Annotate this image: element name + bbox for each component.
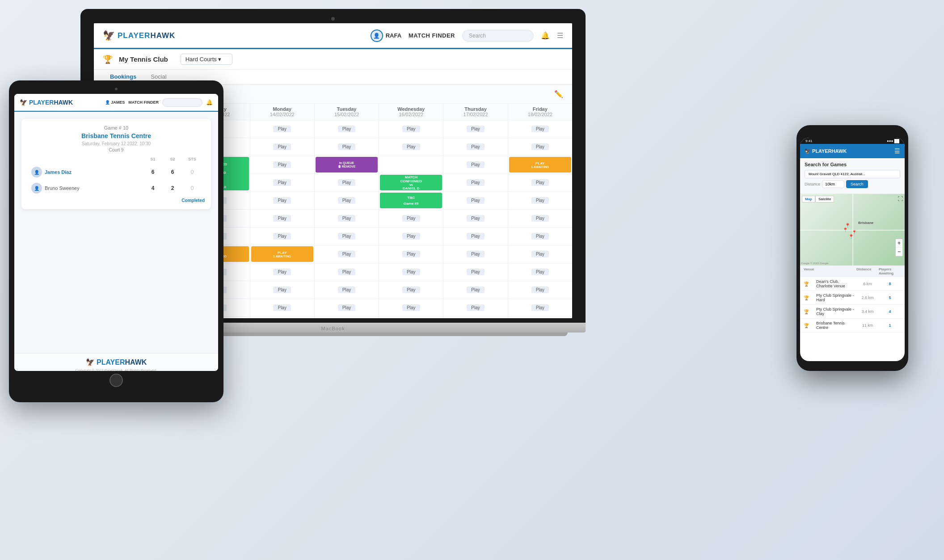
slot-wed-0930[interactable]: Play <box>379 120 443 138</box>
play-button[interactable]: Play <box>402 304 420 311</box>
play-button[interactable]: Play <box>531 143 549 150</box>
play-button[interactable]: Play <box>273 179 291 186</box>
play-button[interactable]: Play <box>467 251 484 257</box>
slot-wed-1500[interactable]: Play <box>379 316 443 318</box>
play-button[interactable]: Play <box>531 304 549 311</box>
play-button[interactable]: Play <box>402 269 420 275</box>
slot-thu-1430[interactable]: Play <box>443 299 507 316</box>
play-button[interactable]: Play <box>467 286 484 293</box>
play-button[interactable]: Play <box>467 161 484 168</box>
slot-thu-1330[interactable]: Play <box>443 263 507 281</box>
slot-fri-1300[interactable]: Play <box>508 245 572 263</box>
play-button[interactable]: Play <box>338 286 355 293</box>
slot-fri-1330[interactable]: Play <box>508 263 572 281</box>
slot-wed-1100-confirmed[interactable]: MATCH CONFIRMED vs DANIEL D <box>379 173 443 191</box>
notification-icon[interactable]: 🔔 <box>541 31 550 40</box>
court-type-select[interactable]: Hard Courts ▾ <box>181 54 233 65</box>
play-button[interactable]: Play <box>531 269 549 275</box>
ipad-home-button[interactable] <box>110 374 123 387</box>
play-button[interactable]: Play <box>402 286 420 293</box>
slot-mon-1300-awaiting[interactable]: PLAY 1 AWAITING <box>250 245 314 263</box>
slot-thu-1300[interactable]: Play <box>443 245 507 263</box>
play-button[interactable]: Play <box>531 251 549 257</box>
ipad-search-input[interactable] <box>162 98 202 107</box>
slot-fri-1030-awaiting[interactable]: PLAY 1 AWAITING <box>508 156 572 173</box>
slot-fri-1200[interactable]: Play <box>508 209 572 227</box>
play-button[interactable]: Play <box>273 269 291 275</box>
play-button[interactable]: Play <box>402 215 420 222</box>
play-button[interactable]: Play <box>273 215 291 222</box>
edit-icon-button[interactable]: ✏️ <box>554 90 563 98</box>
play-button[interactable]: Play <box>467 215 484 222</box>
slot-tue-1230[interactable]: Play <box>314 227 379 245</box>
map-zoom-in-button[interactable]: + <box>896 239 902 248</box>
play-button[interactable]: Play <box>273 161 291 168</box>
map-tab-satellite[interactable]: Satellite <box>815 196 834 202</box>
slot-wed-1400[interactable]: Play <box>379 281 443 299</box>
slot-fri-1100[interactable]: Play <box>508 173 572 191</box>
phone-location-input[interactable] <box>805 170 900 178</box>
slot-tue-1500[interactable]: Play <box>314 316 379 318</box>
map-tab-map[interactable]: Map <box>802 196 815 202</box>
slot-wed-1330[interactable]: Play <box>379 263 443 281</box>
slot-mon-1000[interactable]: Play <box>250 138 314 156</box>
slot-fri-0930[interactable]: Play <box>508 120 572 138</box>
slot-mon-1500[interactable]: Play <box>250 316 314 318</box>
play-button[interactable]: Play <box>338 179 355 186</box>
play-button[interactable]: Play <box>338 197 355 204</box>
play-button[interactable]: Play <box>338 143 355 150</box>
slot-tue-1400[interactable]: Play <box>314 281 379 299</box>
play-button[interactable]: Play <box>531 126 549 132</box>
play-button[interactable]: Play <box>467 126 484 132</box>
ipad-notification-icon[interactable]: 🔔 <box>206 99 213 105</box>
slot-fri-1430[interactable]: Play <box>508 299 572 316</box>
slot-thu-1200[interactable]: Play <box>443 209 507 227</box>
slot-fri-1130[interactable]: Play <box>508 191 572 209</box>
slot-mon-1400[interactable]: Play <box>250 281 314 299</box>
slot-mon-0930[interactable]: Play <box>250 120 314 138</box>
slot-wed-1000[interactable]: Play <box>379 138 443 156</box>
slot-thu-1230[interactable]: Play <box>443 227 507 245</box>
slot-tue-1130[interactable]: Play <box>314 191 379 209</box>
play-button[interactable]: Play <box>338 269 355 275</box>
slot-thu-1100[interactable]: Play <box>443 173 507 191</box>
phone-menu-icon[interactable]: ☰ <box>894 147 900 155</box>
play-button[interactable]: Play <box>338 251 355 257</box>
play-button[interactable]: Play <box>338 215 355 222</box>
play-button[interactable]: Play <box>467 197 484 204</box>
slot-mon-1230[interactable]: Play <box>250 227 314 245</box>
slot-thu-0930[interactable]: Play <box>443 120 507 138</box>
slot-tue-1200[interactable]: Play <box>314 209 379 227</box>
slot-thu-1400[interactable]: Play <box>443 281 507 299</box>
slot-mon-1200[interactable]: Play <box>250 209 314 227</box>
slot-tue-1300[interactable]: Play <box>314 245 379 263</box>
slot-thu-1000[interactable]: Play <box>443 138 507 156</box>
slot-wed-1300[interactable]: Play <box>379 245 443 263</box>
slot-wed-1230[interactable]: Play <box>379 227 443 245</box>
play-button[interactable]: Play <box>338 126 355 132</box>
result-row-3[interactable]: 🏆 Pty Club Springvale - Clay 3.4 km 4 <box>800 305 905 319</box>
play-button[interactable]: Play <box>273 143 291 150</box>
slot-fri-1400[interactable]: Play <box>508 281 572 299</box>
play-button[interactable]: Play <box>402 126 420 132</box>
play-button[interactable]: Play <box>338 304 355 311</box>
slot-fri-1500[interactable]: Play <box>508 316 572 318</box>
slot-tue-0930[interactable]: Play <box>314 120 379 138</box>
play-button[interactable]: Play <box>338 233 355 240</box>
desktop-search-input[interactable]: Search <box>462 30 534 42</box>
slot-wed-1030[interactable] <box>379 156 443 173</box>
slot-thu-1130[interactable]: Play <box>443 191 507 209</box>
slot-wed-1130-tbc[interactable]: TBC Game #9 <box>379 191 443 209</box>
play-button[interactable]: Play <box>273 197 291 204</box>
slot-tue-1000[interactable]: Play <box>314 138 379 156</box>
play-button[interactable]: Play <box>467 304 484 311</box>
phone-distance-input[interactable] <box>822 180 844 188</box>
play-button[interactable]: Play <box>531 179 549 186</box>
slot-tue-1100[interactable]: Play <box>314 173 379 191</box>
play-button[interactable]: Play <box>273 233 291 240</box>
play-button[interactable]: Play <box>531 215 549 222</box>
match-finder-nav[interactable]: MATCH FINDER <box>409 32 455 39</box>
play-button[interactable]: Play <box>467 179 484 186</box>
result-row-4[interactable]: 🏆 Brisbane Tennis Centre 11 km 1 <box>800 319 905 333</box>
slot-mon-1100[interactable]: Play <box>250 173 314 191</box>
